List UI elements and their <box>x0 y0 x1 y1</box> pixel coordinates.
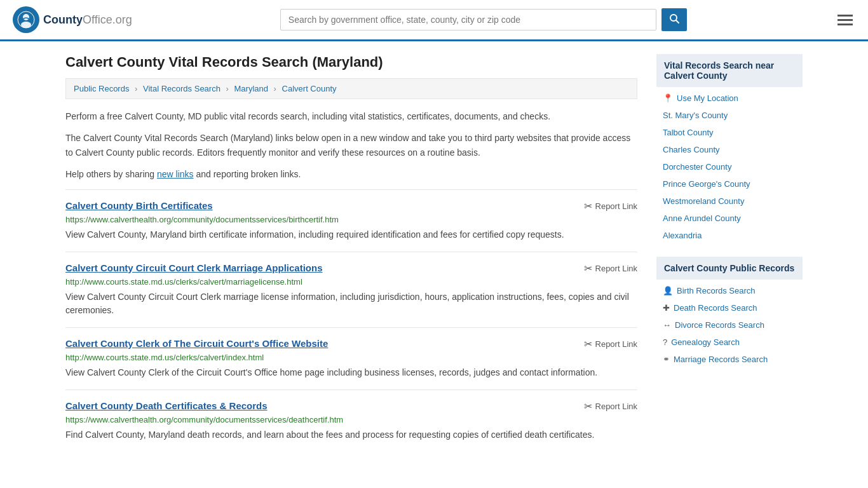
report-icon: ✂ <box>584 200 592 212</box>
record-url: http://www.courts.state.md.us/clerks/cal… <box>65 277 637 287</box>
logo-area: CountyOffice.org <box>13 6 132 33</box>
sidebar-item-divorce-records[interactable]: ↔ Divorce Records Search <box>656 316 803 334</box>
sidebar-nearby-section: Vital Records Search near Calvert County… <box>656 54 803 244</box>
record-header: Calvert County Circuit Court Clerk Marri… <box>65 262 637 274</box>
sidebar-item-dorchester[interactable]: Dorchester County <box>656 158 803 175</box>
genealogy-link[interactable]: Genealogy Search <box>671 337 740 347</box>
death-records-link[interactable]: Death Records Search <box>674 303 757 313</box>
sidebar-item-anne-arundel[interactable]: Anne Arundel County <box>656 210 803 227</box>
st-marys-link[interactable]: St. Mary's County <box>663 111 728 120</box>
sidebar-item-st-marys[interactable]: St. Mary's County <box>656 107 803 124</box>
sidebar-item-birth-records[interactable]: 👤 Birth Records Search <box>656 282 803 299</box>
record-header: Calvert County Clerk of The Circuit Cour… <box>65 338 637 350</box>
svg-point-1 <box>23 14 29 20</box>
alexandria-link[interactable]: Alexandria <box>663 231 702 240</box>
sidebar-nearby-heading: Vital Records Search near Calvert County <box>656 54 803 87</box>
header: CountyOffice.org <box>0 0 868 41</box>
westmoreland-link[interactable]: Westmoreland County <box>663 196 744 206</box>
record-title[interactable]: Calvert County Clerk of The Circuit Cour… <box>65 338 328 349</box>
record-url: https://www.calverthealth.org/community/… <box>65 215 637 224</box>
menu-button[interactable] <box>835 12 855 28</box>
sidebar-item-prince-george[interactable]: Prince George's County <box>656 175 803 193</box>
search-input[interactable] <box>280 9 656 30</box>
sidebar-item-genealogy[interactable]: ? Genealogy Search <box>656 334 803 351</box>
record-item: Calvert County Death Certificates & Reco… <box>65 390 637 452</box>
arrows-icon: ↔ <box>663 320 671 330</box>
svg-point-2 <box>21 22 31 28</box>
report-link[interactable]: ✂ Report Link <box>584 338 637 350</box>
description: Perform a free Calvert County, MD public… <box>65 109 637 182</box>
breadcrumb-sep1: › <box>135 84 137 93</box>
breadcrumb-vital-records[interactable]: Vital Records Search <box>143 84 220 93</box>
divorce-records-link[interactable]: Divorce Records Search <box>675 320 764 330</box>
anne-arundel-link[interactable]: Anne Arundel County <box>663 214 741 223</box>
breadcrumb-calvert-county[interactable]: Calvert County <box>282 84 337 93</box>
sidebar-item-talbot[interactable]: Talbot County <box>656 124 803 141</box>
record-desc: View Calvert County Clerk of the Circuit… <box>65 366 637 379</box>
content-area: Calvert County Vital Records Search (Mar… <box>65 54 637 452</box>
marriage-records-link[interactable]: Marriage Records Search <box>674 355 768 364</box>
sidebar-item-charles[interactable]: Charles County <box>656 141 803 158</box>
page-title: Calvert County Vital Records Search (Mar… <box>65 54 637 71</box>
report-icon: ✂ <box>584 262 592 274</box>
sidebar-public-records-heading: Calvert County Public Records <box>656 257 803 280</box>
logo-text: CountyOffice.org <box>43 13 132 27</box>
location-pin-icon: 📍 <box>663 93 673 103</box>
marriage-icon: ⚭ <box>663 355 670 364</box>
breadcrumb: Public Records › Vital Records Search › … <box>65 78 637 99</box>
new-links-link[interactable]: new links <box>157 169 194 179</box>
record-header: Calvert County Death Certificates & Reco… <box>65 400 637 412</box>
sidebar-item-marriage-records[interactable]: ⚭ Marriage Records Search <box>656 351 803 368</box>
record-title[interactable]: Calvert County Birth Certificates <box>65 200 213 211</box>
report-link[interactable]: ✂ Report Link <box>584 200 637 212</box>
question-icon: ? <box>663 337 667 347</box>
breadcrumb-sep3: › <box>274 84 276 93</box>
report-link[interactable]: ✂ Report Link <box>584 262 637 274</box>
breadcrumb-sep2: › <box>226 84 229 93</box>
dorchester-link[interactable]: Dorchester County <box>663 162 731 172</box>
desc-para3: Help others by sharing new links and rep… <box>65 167 637 181</box>
record-desc: View Calvert County Circuit Court Clerk … <box>65 290 637 317</box>
search-button[interactable] <box>661 8 687 31</box>
sidebar: Vital Records Search near Calvert County… <box>656 54 803 452</box>
desc-para1: Perform a free Calvert County, MD public… <box>65 109 637 123</box>
report-icon: ✂ <box>584 338 592 350</box>
records-list: Calvert County Birth Certificates ✂ Repo… <box>65 189 637 452</box>
logo-icon <box>13 6 39 33</box>
record-desc: Find Calvert County, Maryland death reco… <box>65 428 637 442</box>
talbot-link[interactable]: Talbot County <box>663 128 714 137</box>
record-item: Calvert County Clerk of The Circuit Cour… <box>65 327 637 390</box>
desc-para2: The Calvert County Vital Records Search … <box>65 131 637 159</box>
use-my-location-link[interactable]: Use My Location <box>677 93 738 103</box>
record-title[interactable]: Calvert County Death Certificates & Reco… <box>65 400 268 411</box>
report-link[interactable]: ✂ Report Link <box>584 400 637 412</box>
breadcrumb-maryland[interactable]: Maryland <box>234 84 268 93</box>
record-header: Calvert County Birth Certificates ✂ Repo… <box>65 200 637 212</box>
sidebar-item-westmoreland[interactable]: Westmoreland County <box>656 193 803 210</box>
record-title[interactable]: Calvert County Circuit Court Clerk Marri… <box>65 262 323 273</box>
record-item: Calvert County Birth Certificates ✂ Repo… <box>65 189 637 252</box>
prince-george-link[interactable]: Prince George's County <box>663 179 750 189</box>
charles-link[interactable]: Charles County <box>663 145 720 154</box>
person-icon: 👤 <box>663 286 673 295</box>
birth-records-link[interactable]: Birth Records Search <box>677 286 756 295</box>
breadcrumb-public-records[interactable]: Public Records <box>74 84 129 93</box>
sidebar-item-location[interactable]: 📍 Use My Location <box>656 90 803 107</box>
record-item: Calvert County Circuit Court Clerk Marri… <box>65 252 637 327</box>
sidebar-public-records-section: Calvert County Public Records 👤 Birth Re… <box>656 257 803 368</box>
svg-line-4 <box>676 20 679 23</box>
logo-office: Office <box>83 13 112 26</box>
report-icon: ✂ <box>584 400 592 412</box>
plus-icon: ✚ <box>663 303 670 313</box>
record-url: https://www.calverthealth.org/community/… <box>65 415 637 424</box>
record-url: http://www.courts.state.md.us/clerks/cal… <box>65 353 637 362</box>
main-container: Calvert County Vital Records Search (Mar… <box>53 41 815 464</box>
sidebar-item-death-records[interactable]: ✚ Death Records Search <box>656 299 803 316</box>
search-area <box>280 8 687 31</box>
sidebar-item-alexandria[interactable]: Alexandria <box>656 227 803 244</box>
record-desc: View Calvert County, Maryland birth cert… <box>65 228 637 241</box>
